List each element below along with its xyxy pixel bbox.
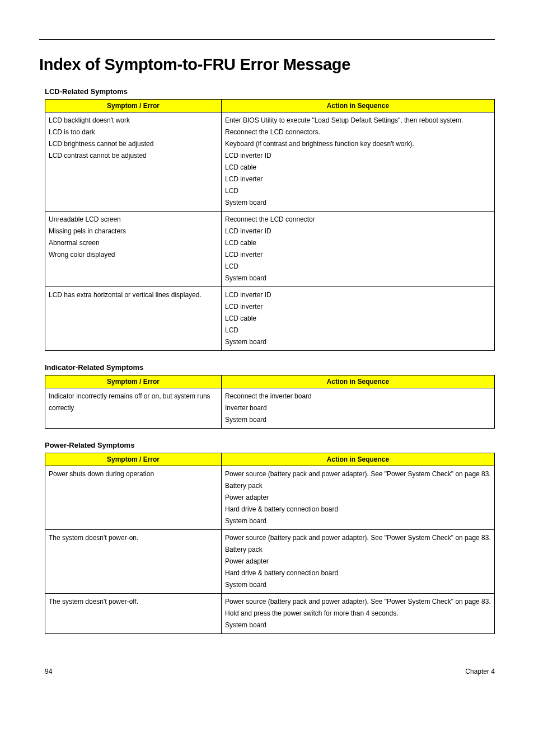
table-header-row: Symptom / Error Action in Sequence	[45, 453, 495, 466]
table-row: The system doesn't power-on. Power sourc…	[45, 530, 495, 594]
table-caption: LCD-Related Symptoms	[39, 87, 495, 96]
chapter-label: Chapter 4	[465, 668, 495, 675]
lcd-symptoms-table: Symptom / Error Action in Sequence LCD b…	[45, 99, 495, 351]
action-cell: Reconnect the LCD connectorLCD inverter …	[222, 212, 495, 287]
table-row: The system doesn't power-off. Power sour…	[45, 594, 495, 634]
symptom-cell: LCD backlight doesn't workLCD is too dar…	[45, 112, 222, 212]
horizontal-rule	[39, 39, 495, 40]
page-title: Index of Symptom-to-FRU Error Message	[39, 55, 495, 74]
action-cell: Enter BIOS Utility to execute "Load Setu…	[222, 112, 495, 212]
indicator-symptoms-table: Symptom / Error Action in Sequence Indic…	[45, 375, 495, 429]
col-header-action: Action in Sequence	[222, 453, 495, 466]
table-row: Indicator incorrectly remains off or on,…	[45, 388, 495, 429]
table-row: Power shuts down during operation Power …	[45, 466, 495, 530]
symptom-cell: LCD has extra horizontal or vertical lin…	[45, 287, 222, 351]
col-header-action: Action in Sequence	[222, 375, 495, 388]
page-number: 94	[45, 668, 52, 675]
table-caption: Indicator-Related Symptoms	[39, 363, 495, 372]
symptom-cell: Indicator incorrectly remains off or on,…	[45, 388, 222, 429]
table-row: LCD has extra horizontal or vertical lin…	[45, 287, 495, 351]
power-symptoms-table: Symptom / Error Action in Sequence Power…	[45, 453, 495, 634]
table-row: Unreadable LCD screenMissing pels in cha…	[45, 212, 495, 287]
page-footer: 94 Chapter 4	[39, 668, 495, 675]
col-header-symptom: Symptom / Error	[45, 375, 222, 388]
table-header-row: Symptom / Error Action in Sequence	[45, 375, 495, 388]
action-cell: Power source (battery pack and power ada…	[222, 466, 495, 530]
symptom-cell: Unreadable LCD screenMissing pels in cha…	[45, 212, 222, 287]
symptom-cell: The system doesn't power-on.	[45, 530, 222, 594]
col-header-symptom: Symptom / Error	[45, 453, 222, 466]
action-cell: LCD inverter IDLCD inverterLCD cableLCDS…	[222, 287, 495, 351]
col-header-symptom: Symptom / Error	[45, 100, 222, 112]
col-header-action: Action in Sequence	[222, 100, 495, 112]
table-row: LCD backlight doesn't workLCD is too dar…	[45, 112, 495, 212]
symptom-cell: Power shuts down during operation	[45, 466, 222, 530]
symptom-cell: The system doesn't power-off.	[45, 594, 222, 634]
table-caption: Power-Related Symptoms	[39, 441, 495, 449]
action-cell: Power source (battery pack and power ada…	[222, 594, 495, 634]
action-cell: Power source (battery pack and power ada…	[222, 530, 495, 594]
table-header-row: Symptom / Error Action in Sequence	[45, 100, 495, 112]
action-cell: Reconnect the inverter boardInverter boa…	[222, 388, 495, 429]
